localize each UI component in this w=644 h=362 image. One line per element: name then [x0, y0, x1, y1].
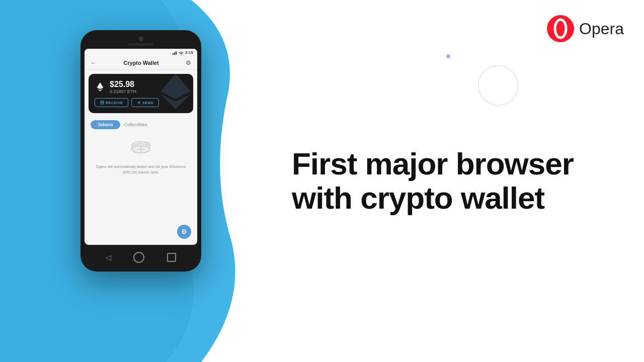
nav-back-button[interactable]: ◁: [106, 253, 111, 261]
opera-logo: Opera: [547, 15, 624, 42]
send-icon: [137, 101, 141, 105]
empty-tokens-icon: [129, 140, 152, 160]
status-bar: 2:15: [85, 49, 197, 56]
status-bar-time: 2:15: [185, 50, 193, 55]
nav-home-button[interactable]: [133, 252, 144, 263]
eth-watermark: [155, 74, 193, 112]
app-header: ← Crypto Wallet ⚙: [85, 56, 197, 70]
svg-marker-5: [160, 74, 191, 99]
back-icon[interactable]: ←: [91, 59, 97, 66]
phone-camera: [138, 36, 143, 41]
empty-state-text: Opera will automatically detect and list…: [95, 164, 187, 175]
add-token-fab[interactable]: Ð: [177, 225, 191, 239]
right-content-area: First major browser with crypto wallet: [262, 0, 644, 362]
phone-nav-bar: ◁: [85, 248, 197, 267]
opera-logo-text: Opera: [579, 20, 624, 38]
svg-marker-7: [97, 82, 104, 89]
svg-marker-4: [176, 51, 177, 55]
svg-marker-2: [173, 53, 174, 55]
eth-usd-amount: $25.98: [110, 80, 136, 89]
opera-icon: [547, 15, 574, 42]
empty-state: Opera will automatically detect and list…: [85, 132, 197, 183]
headline-line2: with crypto wallet: [292, 180, 544, 215]
receive-icon: [100, 101, 104, 105]
eth-logo: [95, 81, 106, 93]
phone-mockup: 2:15 ← Crypto Wallet ⚙: [80, 30, 201, 272]
svg-marker-3: [174, 52, 175, 55]
phone-speaker: [128, 43, 153, 46]
eth-balance-card: $25.98 0.21857 ETH RECEIVE SEND: [89, 74, 193, 113]
main-headline: First major browser with crypto wallet: [292, 147, 574, 215]
nav-apps-button[interactable]: [167, 253, 176, 262]
svg-marker-11: [137, 101, 140, 104]
tab-collectibles[interactable]: Collectibles: [124, 122, 147, 127]
phone-body: 2:15 ← Crypto Wallet ⚙: [80, 30, 201, 272]
wallet-tabs: Tokens Collectibles: [85, 117, 197, 132]
tab-tokens[interactable]: Tokens: [91, 120, 120, 129]
wallet-title: Crypto Wallet: [123, 60, 159, 66]
settings-icon[interactable]: ⚙: [186, 59, 191, 66]
signal-icons: [173, 51, 184, 55]
send-button[interactable]: SEND: [131, 98, 158, 107]
headline-line1: First major browser: [292, 146, 574, 181]
eth-token-amount: 0.21857 ETH: [110, 89, 136, 94]
receive-button[interactable]: RECEIVE: [95, 98, 128, 107]
phone-screen: 2:15 ← Crypto Wallet ⚙: [85, 49, 197, 245]
